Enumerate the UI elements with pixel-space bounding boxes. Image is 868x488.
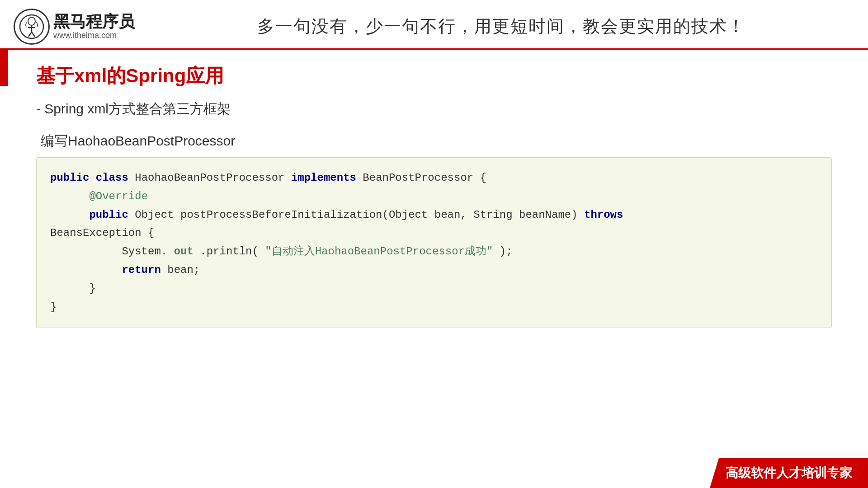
main-content: 基于xml的Spring应用 - Spring xml方式整合第三方框架 编写H… [0, 50, 868, 342]
code-line-5: System. out .println( "自动注入HaohaoBeanPos… [50, 243, 818, 261]
logo-icon [14, 9, 50, 45]
left-accent-bar [0, 50, 8, 86]
code-line-8: } [50, 298, 818, 317]
section-label: 编写HaohaoBeanPostProcessor [36, 132, 832, 150]
logo-text: 黑马程序员 www.itheima.com [53, 13, 135, 40]
keyword-public: public [50, 172, 89, 184]
code-line-6: return bean; [50, 261, 818, 280]
keyword-return: return [122, 264, 160, 276]
page-subtitle: - Spring xml方式整合第三方框架 [36, 100, 832, 118]
code-line-3: public Object postProcessBeforeInitializ… [50, 206, 818, 225]
bottom-badge: 高级软件人才培训专家 [710, 458, 868, 488]
header-slogan: 多一句没有，少一句不行，用更短时间，教会更实用的技术！ [135, 15, 850, 38]
keyword-public-2: public [89, 209, 128, 221]
code-line-1: public class HaohaoBeanPostProcessor imp… [50, 169, 818, 188]
code-line-2: @Override [50, 188, 818, 206]
code-line-7: } [50, 280, 818, 298]
keyword-out: out [174, 245, 193, 258]
page-title: 基于xml的Spring应用 [36, 63, 832, 89]
annotation-override: @Override [89, 190, 148, 202]
brand-url: www.itheima.com [53, 31, 135, 40]
code-block: public class HaohaoBeanPostProcessor imp… [36, 157, 832, 328]
keyword-class: class [96, 172, 128, 184]
logo-area: 黑马程序员 www.itheima.com [14, 9, 135, 45]
code-line-4: BeansException { [50, 224, 818, 243]
svg-point-1 [28, 17, 35, 25]
svg-line-4 [28, 32, 32, 37]
keyword-throws: throws [584, 209, 623, 221]
brand-name: 黑马程序员 [53, 13, 135, 31]
header: 黑马程序员 www.itheima.com 多一句没有，少一句不行，用更短时间，… [0, 0, 868, 50]
string-literal: "自动注入HaohaoBeanPostProcessor成功" [265, 245, 493, 258]
svg-line-5 [32, 32, 35, 37]
keyword-implements: implements [291, 172, 356, 184]
